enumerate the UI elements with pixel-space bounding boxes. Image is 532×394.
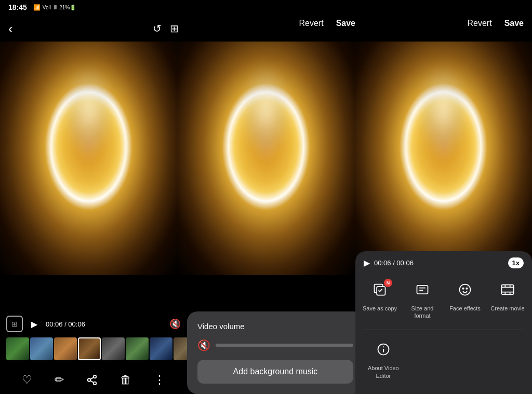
status-time: 18:45 <box>8 3 27 11</box>
battery-icon: 21%🔋 <box>59 5 76 10</box>
volume-popup: Video volume 🔇 Add background music <box>187 311 364 394</box>
play-time-row: ▶ 00:06 / 00:06 <box>364 258 414 268</box>
face-effects-item[interactable]: Face effects <box>445 277 485 324</box>
delete-icon[interactable]: 🗑 <box>120 373 131 387</box>
svg-line-3 <box>90 381 94 383</box>
action-bar: ♡ ✏ 🗑 ⋮ <box>0 365 187 394</box>
thumbnail-3[interactable] <box>54 337 77 360</box>
svg-point-8 <box>460 284 471 295</box>
edit-icon[interactable]: ✏ <box>55 373 64 387</box>
time-right: 00:06 / 00:06 <box>374 259 414 267</box>
signal-icon: Voll .ill <box>43 5 57 10</box>
create-movie-icon <box>500 282 515 300</box>
menu-grid: N Save as copy Size andformat <box>360 273 528 328</box>
size-format-icon-wrap <box>412 281 433 302</box>
add-music-button[interactable]: Add background music <box>197 360 353 384</box>
create-movie-icon-wrap <box>497 281 518 302</box>
save-button-center[interactable]: Save <box>336 19 355 28</box>
thumbnail-7[interactable] <box>150 337 172 360</box>
thumbnail-6[interactable] <box>126 337 149 360</box>
save-as-copy-label: Save as copy <box>363 305 397 312</box>
video-bg-left <box>0 42 177 275</box>
status-icons: 📶 Voll .ill 21%🔋 <box>33 4 76 11</box>
right-panel-top: ▶ 00:06 / 00:06 1x <box>360 257 528 273</box>
video-bg-right <box>355 42 532 275</box>
more-icon[interactable]: ⋮ <box>154 373 165 387</box>
create-movie-item[interactable]: Create movie <box>487 277 528 324</box>
menu-row2: About VideoEditor <box>360 332 528 388</box>
thumbnail-5[interactable] <box>102 337 125 360</box>
time-display: 00:06 / 00:06 <box>46 320 85 328</box>
toolbar-left: ‹ ↺ ⊞ <box>0 16 187 42</box>
video-panel-right <box>355 42 532 275</box>
create-movie-label: Create movie <box>490 305 524 312</box>
mute-button[interactable]: 🔇 <box>169 318 181 330</box>
thumbnail-4[interactable] <box>78 337 101 360</box>
status-bar: 18:45 📶 Voll .ill 21%🔋 <box>0 0 532 15</box>
screen-capture-icon[interactable]: ⊞ <box>6 316 23 332</box>
volume-slider-row: 🔇 <box>197 339 353 351</box>
video-panel-center <box>177 42 354 275</box>
svg-rect-7 <box>417 286 428 294</box>
play-button[interactable]: ▶ <box>27 317 42 331</box>
right-panel: ▶ 00:06 / 00:06 1x N Save as copy <box>355 251 532 394</box>
about-editor-icon-wrap <box>373 341 394 361</box>
volume-track[interactable] <box>216 344 353 347</box>
video-panel-left <box>0 42 177 275</box>
play-button-right[interactable]: ▶ <box>364 258 370 268</box>
thumbnail-1[interactable] <box>6 337 29 360</box>
speed-badge[interactable]: 1x <box>508 257 524 268</box>
svg-line-4 <box>90 377 94 379</box>
revert-button-center[interactable]: Revert <box>299 19 324 28</box>
svg-point-0 <box>94 375 97 378</box>
toolbar-right: Revert Save <box>355 19 532 28</box>
face-effects-icon <box>458 282 472 300</box>
size-format-icon <box>415 282 430 300</box>
new-badge: N <box>384 279 392 287</box>
about-editor-label: About VideoEditor <box>368 364 399 379</box>
svg-point-1 <box>88 378 91 382</box>
revert-button-right[interactable]: Revert <box>468 19 492 28</box>
size-format-label: Size andformat <box>411 305 434 320</box>
volume-mute-icon[interactable]: 🔇 <box>197 339 210 351</box>
menu-divider <box>364 330 524 330</box>
save-as-copy-icon-wrap: N <box>369 281 390 302</box>
back-button[interactable]: ‹ <box>8 21 13 37</box>
toolbar-center: Revert Save <box>187 19 364 28</box>
save-as-copy-item[interactable]: N Save as copy <box>360 277 400 324</box>
playback-row: ⊞ ▶ 00:06 / 00:06 🔇 <box>6 316 181 332</box>
heart-icon[interactable]: ♡ <box>22 373 32 387</box>
face-effects-icon-wrap <box>455 281 475 302</box>
rotate-icon[interactable]: ↺ <box>153 22 162 35</box>
volume-label: Video volume <box>197 322 353 331</box>
crop-icon[interactable]: ⊞ <box>170 22 179 35</box>
thumbnail-2[interactable] <box>30 337 53 360</box>
about-editor-icon <box>376 342 391 360</box>
share-icon[interactable] <box>86 374 98 386</box>
svg-point-10 <box>466 288 467 289</box>
wifi-icon: 📶 <box>33 4 41 11</box>
svg-rect-11 <box>501 284 513 294</box>
save-button-right[interactable]: Save <box>504 19 524 28</box>
video-panels <box>0 42 532 275</box>
timeline-area: ⊞ ▶ 00:06 / 00:06 🔇 <box>0 308 187 365</box>
about-editor-item[interactable]: About VideoEditor <box>360 336 407 384</box>
video-bg-center <box>177 42 354 275</box>
thumbnail-strip <box>6 336 181 361</box>
svg-point-2 <box>94 382 97 385</box>
svg-point-9 <box>462 288 463 289</box>
face-effects-label: Face effects <box>449 305 481 312</box>
size-format-item[interactable]: Size andformat <box>402 277 443 324</box>
